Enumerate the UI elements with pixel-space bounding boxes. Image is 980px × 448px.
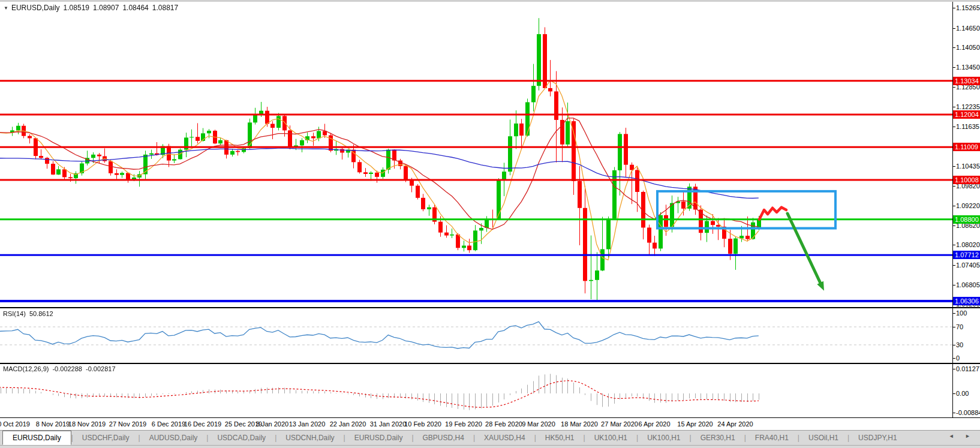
price-badge: 1.06306: [953, 297, 980, 305]
price-axis-label: 1.10435: [956, 162, 980, 170]
price-badge: 1.12004: [953, 110, 980, 119]
price-badge: 1.11009: [953, 143, 980, 151]
price-axis-label: 1.13450: [956, 63, 980, 71]
date-axis-label: 13 Jan 2020: [289, 420, 326, 428]
date-axis-label: 27 Nov 2019: [109, 420, 146, 428]
tab-gbpusd-h4[interactable]: GBPUSD,H4: [414, 432, 473, 444]
date-axis-label: 24 Apr 2020: [717, 420, 753, 428]
date-axis-label: 15 Apr 2020: [677, 420, 713, 428]
price-axis-border: [952, 2, 953, 418]
macd-signal-value: -0.002817: [86, 365, 116, 372]
tab-usdcad-daily[interactable]: USDCAD,Daily: [208, 432, 275, 444]
rsi-pane-canvas[interactable]: [0, 308, 952, 363]
chart-title: ▼EURUSD,Daily1.085191.089071.084641.0881…: [4, 4, 178, 12]
price-axis-label: 1.09220: [956, 202, 980, 210]
date-axis-label: 16 Dec 2019: [184, 420, 221, 428]
tab-uk100-h1[interactable]: UK100,H1: [585, 432, 636, 444]
date-axis-label: 31 Jan 2020: [370, 420, 407, 428]
tab-usdjpy-h1[interactable]: USDJPY,H1: [849, 432, 906, 444]
price-axis-label: 1.14050: [956, 43, 980, 52]
date-axis-label: 8 Nov 2019: [36, 420, 70, 428]
date-axis-label: 30 Oct 2019: [0, 420, 30, 428]
price-axis-label: 1.07405: [956, 261, 980, 269]
rsi-axis-label: 0: [956, 354, 960, 362]
price-axis-label: 1.08020: [956, 240, 980, 249]
rsi-axis-label: 70: [956, 323, 963, 331]
tab-ger30-h1[interactable]: GER30,H1: [692, 432, 744, 444]
date-axis-label: 19 Feb 2020: [445, 420, 482, 428]
price-axis-label: 1.11635: [956, 122, 979, 131]
date-axis-label: 6 Apr 2020: [638, 420, 670, 428]
window-bottom-edge: [0, 445, 980, 448]
tab-usdcnh-daily[interactable]: USDCNH,Daily: [276, 432, 343, 444]
date-axis-label: 9 Mar 2020: [522, 420, 555, 428]
tab-usdchf-daily[interactable]: USDCHF,Daily: [73, 432, 139, 444]
tab-hk50-h1[interactable]: HK50,H1: [536, 432, 584, 444]
date-axis-label: 10 Feb 2020: [404, 420, 441, 428]
price-badge: 1.08800: [953, 215, 980, 224]
tab-audusd-daily[interactable]: AUDUSD,Daily: [140, 432, 207, 444]
symbol-period-label: EURUSD,Daily: [11, 4, 60, 12]
macd-axis-label: -0.008845: [956, 408, 980, 417]
price-badge: 1.07712: [953, 251, 980, 259]
rsi-axis-label: 100: [956, 309, 967, 317]
scroll-left-icon[interactable]: ◄: [949, 433, 959, 439]
price-badge: 1.13034: [953, 77, 980, 85]
chart-tab-bar: EURUSD,Daily|USDCHF,Daily|AUDUSD,Daily|U…: [0, 430, 980, 445]
macd-name: MACD(12,26,9): [3, 365, 49, 372]
tab-uk100-h1[interactable]: UK100,H1: [638, 432, 689, 444]
date-axis-label: 6 Dec 2019: [152, 420, 185, 428]
tab-eurusd-daily[interactable]: EURUSD,Daily: [2, 431, 71, 445]
low-value: 1.08464: [122, 4, 148, 12]
date-axis-label: 22 Jan 2020: [330, 420, 366, 428]
tab-usoil-h1[interactable]: USOil,H1: [799, 432, 847, 444]
rsi-axis-label: 30: [956, 341, 963, 349]
tab-fra40-h1[interactable]: FRA40,H1: [746, 432, 798, 444]
rsi-value: 50.8612: [29, 310, 53, 317]
price-axis-label: 1.15265: [956, 4, 980, 12]
date-axis-label: 18 Mar 2020: [561, 420, 598, 428]
high-value: 1.08907: [93, 4, 119, 12]
open-value: 1.08519: [64, 4, 89, 12]
macd-indicator-label: MACD(12,26,9)-0.002288-0.002817: [3, 365, 119, 372]
macd-axis-label: 0.011277: [956, 365, 980, 373]
pane-separator[interactable]: [0, 363, 980, 364]
price-axis-label: 1.12235: [956, 103, 980, 111]
mt4-window: ▼EURUSD,Daily1.085191.089071.084641.0881…: [0, 0, 980, 448]
close-value: 1.08817: [152, 4, 178, 12]
date-axis-label: 28 Feb 2020: [485, 420, 522, 428]
price-badge: 1.10008: [953, 176, 980, 184]
price-axis-label: 1.06805: [956, 281, 980, 289]
date-axis-label: 27 Mar 2020: [601, 420, 638, 428]
macd-pane-canvas[interactable]: [0, 364, 952, 417]
pane-separator: [0, 417, 980, 418]
date-axis-label: 3 Jan 2020: [256, 420, 288, 428]
scroll-right-icon[interactable]: ►: [965, 433, 975, 439]
rsi-indicator-label: RSI(14)50.8612: [3, 310, 57, 317]
rsi-name: RSI(14): [3, 310, 26, 317]
macd-axis-label: 0.00: [956, 389, 969, 398]
tab-eurusd-daily[interactable]: EURUSD,Daily: [345, 432, 412, 444]
collapse-triangle-icon[interactable]: ▼: [4, 5, 8, 11]
main-chart-canvas[interactable]: [0, 2, 952, 307]
price-axis-label: 1.14650: [956, 24, 980, 32]
macd-main-value: -0.002288: [52, 365, 82, 372]
tab-scroll-arrows[interactable]: ◄ ►: [949, 433, 975, 439]
tab-xauusd-h4[interactable]: XAUUSD,H4: [475, 432, 534, 444]
pane-separator[interactable]: [0, 307, 980, 308]
date-axis-label: 18 Nov 2019: [68, 420, 106, 428]
